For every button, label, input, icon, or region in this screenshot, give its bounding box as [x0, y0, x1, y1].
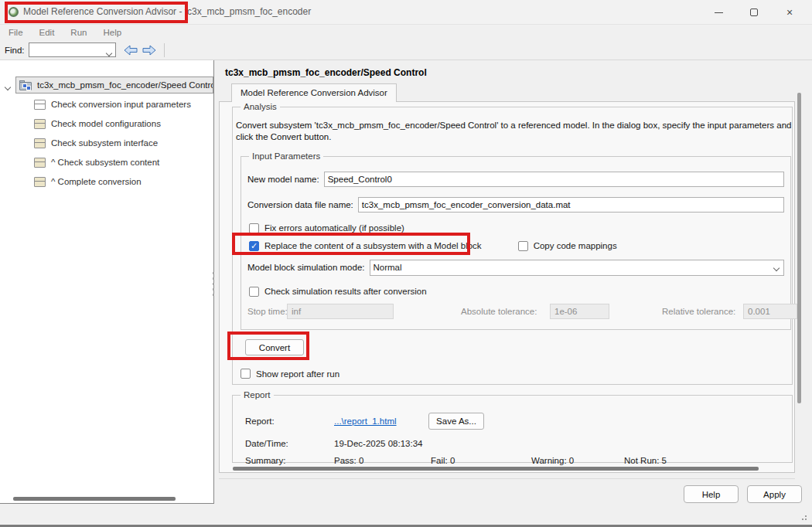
maximize-icon [750, 8, 758, 16]
resize-grip-icon[interactable] [800, 513, 807, 521]
conversion-data-file-label: Conversion data file name: [247, 200, 353, 209]
check-document-icon [34, 177, 46, 187]
window-controls: × [701, 0, 807, 25]
report-link[interactable]: ...\report_1.html [334, 416, 397, 426]
summary-fail: Fail: 0 [431, 456, 455, 465]
new-model-name-field[interactable] [324, 172, 784, 187]
chevron-down-icon [773, 264, 780, 270]
minimize-button[interactable] [701, 0, 736, 25]
save-as-button[interactable]: Save As... [428, 413, 484, 430]
show-report-label: Show report after run [256, 369, 339, 379]
relative-tolerance-field: 0.001 [743, 304, 797, 319]
check-document-icon [34, 119, 46, 129]
check-document-icon [34, 158, 46, 168]
maximize-button[interactable] [736, 0, 772, 25]
tree-item-check-model-configurations[interactable]: Check model configurations [34, 115, 161, 132]
tree-item-check-subsystem-interface[interactable]: Check subsystem interface [34, 134, 158, 151]
close-icon: × [786, 7, 793, 18]
copy-code-mappings-label: Copy code mappings [534, 241, 617, 250]
content-horizontal-scrollbar[interactable] [233, 467, 759, 471]
summary-pass: Pass: 0 [334, 456, 363, 465]
titlebar: Model Reference Conversion Advisor - tc3… [0, 0, 812, 25]
analysis-description: Convert subsystem 'tc3x_mcb_pmsm_foc_enc… [236, 120, 792, 143]
check-document-icon [34, 100, 46, 110]
tree-root-node[interactable]: tc3x_mcb_pmsm_foc_encoder/Speed Control [15, 76, 213, 94]
convert-button[interactable]: Convert [245, 339, 304, 355]
arrow-left-icon [124, 45, 138, 56]
absolute-tolerance-field: 1e-06 [550, 304, 609, 319]
advisor-detail-panel: tc3x_mcb_pmsm_foc_encoder/Speed Control … [214, 60, 807, 527]
summary-not-run: Not Run: 5 [624, 456, 667, 465]
show-report-checkbox[interactable] [241, 369, 251, 379]
fix-errors-checkbox[interactable] [249, 223, 259, 233]
tree-item-check-conversion-input-parameters[interactable]: Check conversion input parameters [34, 96, 191, 113]
check-sim-results-checkbox[interactable] [249, 287, 259, 297]
find-input[interactable] [29, 42, 116, 57]
window-title: Model Reference Conversion Advisor - tc3… [23, 0, 311, 24]
summary-warning: Warning: 0 [531, 456, 574, 465]
find-previous-button[interactable] [122, 43, 139, 57]
replace-content-checkbox[interactable] [249, 241, 259, 251]
chevron-down-icon[interactable] [107, 48, 112, 53]
input-parameters-group-label: Input Parameters [249, 151, 323, 161]
sim-mode-label: Model block simulation mode: [247, 263, 365, 272]
datetime-label: Date/Time: [245, 439, 288, 448]
summary-label: Summary: [245, 456, 285, 465]
fix-errors-label: Fix errors automatically (if possible) [264, 223, 404, 233]
check-sim-results-label: Check simulation results after conversio… [264, 287, 427, 296]
footer-divider [219, 478, 795, 479]
tab-model-reference-conversion-advisor[interactable]: Model Reference Conversion Advisor [231, 83, 397, 102]
sim-mode-dropdown[interactable]: Normal [370, 260, 785, 276]
help-button[interactable]: Help [684, 485, 739, 503]
analysis-group: Analysis Convert subsystem 'tc3x_mcb_pms… [232, 107, 793, 385]
datetime-value: 19-Dec-2025 08:13:34 [334, 439, 422, 448]
stop-time-field: inf [287, 304, 394, 319]
find-toolbar: Find: [0, 40, 812, 60]
menubar: File Edit Run Help [0, 25, 812, 40]
toolbar-separator [164, 43, 165, 57]
tree-root-label: tc3x_mcb_pmsm_foc_encoder/Speed Control [37, 80, 213, 90]
find-label: Find: [5, 46, 25, 55]
input-parameters-group: Input Parameters New model name: Convers… [241, 156, 791, 330]
find-next-button[interactable] [141, 43, 158, 57]
relative-tolerance-label: Relative tolerance: [662, 307, 735, 316]
report-group: Report Report: ...\report_1.html Save As… [232, 395, 793, 463]
menu-file[interactable]: File [6, 28, 26, 37]
menu-edit[interactable]: Edit [37, 28, 57, 37]
replace-content-label: Replace the content of a subsystem with … [264, 241, 482, 250]
check-tree-panel: tc3x_mcb_pmsm_foc_encoder/Speed Control … [0, 60, 214, 504]
arrow-right-icon [142, 45, 156, 56]
tree-item-check-subsystem-content[interactable]: ^ Check subsystem content [34, 154, 159, 171]
analysis-group-label: Analysis [241, 102, 280, 111]
tree-horizontal-scrollbar[interactable] [13, 497, 176, 501]
menu-help[interactable]: Help [101, 28, 124, 37]
report-group-label: Report [241, 390, 274, 400]
report-label: Report: [245, 416, 275, 426]
close-button[interactable]: × [772, 0, 807, 25]
advisor-app-icon [9, 7, 19, 17]
content-vertical-scrollbar[interactable] [797, 93, 801, 403]
page-title: tc3x_mcb_pmsm_foc_encoder/Speed Control [225, 67, 427, 78]
tree-expand-chevron-icon[interactable] [5, 82, 10, 91]
stop-time-label: Stop time: [247, 307, 288, 316]
conversion-data-file-field[interactable] [358, 197, 784, 212]
apply-button[interactable]: Apply [747, 485, 802, 503]
model-reference-conversion-advisor-window: Model Reference Conversion Advisor - tc3… [0, 0, 812, 527]
check-document-icon [34, 138, 46, 148]
model-reference-folder-icon [19, 80, 32, 90]
tree-item-complete-conversion[interactable]: ^ Complete conversion [34, 173, 142, 190]
absolute-tolerance-label: Absolute tolerance: [461, 307, 537, 316]
menu-run[interactable]: Run [68, 28, 89, 37]
advisor-content: Analysis Convert subsystem 'tc3x_mcb_pms… [219, 101, 795, 473]
new-model-name-label: New model name: [247, 175, 319, 184]
copy-code-mappings-checkbox[interactable] [518, 241, 528, 251]
minimize-icon [715, 12, 723, 13]
